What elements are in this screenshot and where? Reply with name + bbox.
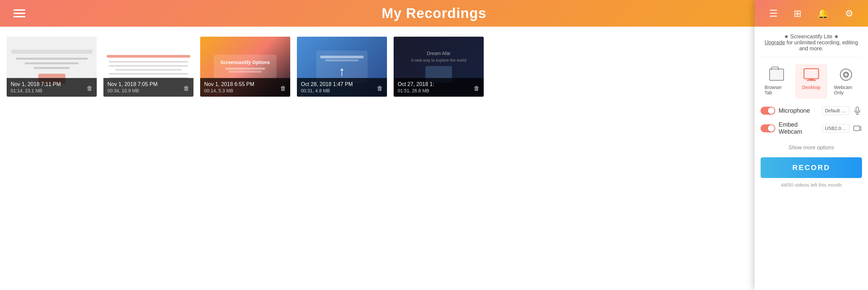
microphone-toggle[interactable] bbox=[761, 107, 775, 115]
hamburger-menu[interactable] bbox=[13, 9, 25, 17]
browser-tab-icon bbox=[768, 67, 785, 82]
recording-card[interactable]: Nov 1, 2018 7:05 PM 00:34, 10.9 MB 🗑 bbox=[103, 37, 193, 97]
extension-popup: ☰ ⊞ 🔔 ⚙ ★ Screencastify Lite ★ Upgrade f… bbox=[754, 0, 868, 290]
mode-webcam-label: Webcam Only bbox=[834, 85, 858, 95]
recording-date: Nov 1, 2018 7:11 PM bbox=[11, 81, 93, 87]
recording-info: Nov 1, 2018 6:55 PM 00:14, 5.3 MB 🗑 bbox=[200, 78, 290, 97]
microphone-select[interactable]: Default - Micr... bbox=[822, 106, 849, 115]
recordings-grid: Nov 1, 2018 7:11 PM 01:14, 23.1 MB 🗑 Nov… bbox=[0, 27, 868, 290]
mode-desktop[interactable]: Desktop bbox=[795, 64, 827, 99]
upgrade-link[interactable]: Upgrade bbox=[765, 40, 785, 45]
recording-card[interactable]: ↑ Oct 28, 2018 1:47 PM 00:31, 4.8 MB 🗑 bbox=[297, 37, 387, 97]
gallery-icon[interactable]: ⊞ bbox=[794, 8, 801, 19]
microphone-label: Microphone bbox=[779, 107, 818, 114]
promo-banner: ★ Screencastify Lite ★ Upgrade for unlim… bbox=[761, 33, 862, 57]
recording-date: Oct 27, 2018 1: bbox=[398, 81, 480, 87]
webcam-only-icon bbox=[837, 67, 855, 82]
embed-webcam-option: Embed Webcam USB2.0 HD U... bbox=[761, 121, 862, 135]
delete-icon[interactable]: 🗑 bbox=[377, 85, 383, 92]
promo-suffix: for unlimited recording, editing and mor… bbox=[786, 40, 858, 51]
mode-browser-label: Browser Tab bbox=[765, 85, 788, 95]
svg-point-5 bbox=[844, 73, 848, 76]
mode-webcam-only[interactable]: Webcam Only bbox=[830, 64, 862, 99]
svg-marker-10 bbox=[860, 126, 861, 130]
app-container: My Recordings Nov 1, 2018 7:11 PM 01:14,… bbox=[0, 0, 868, 290]
settings-icon[interactable]: ⚙ bbox=[845, 8, 853, 19]
svg-rect-9 bbox=[854, 126, 860, 131]
desktop-icon bbox=[803, 67, 820, 82]
recording-date: Nov 1, 2018 6:55 PM bbox=[204, 81, 286, 87]
webcam-icon bbox=[852, 124, 862, 133]
svg-rect-0 bbox=[804, 69, 818, 79]
promo-star: ★ bbox=[784, 34, 788, 39]
mode-browser-tab[interactable]: Browser Tab bbox=[761, 64, 793, 99]
recording-card[interactable]: Dream Afar A new way to explore the worl… bbox=[394, 37, 484, 97]
delete-icon[interactable]: 🗑 bbox=[474, 85, 480, 92]
microphone-option: Microphone Default - Micr... bbox=[761, 106, 862, 115]
mode-selector: Browser Tab Desktop bbox=[761, 64, 862, 99]
recording-meta: 01:14, 23.1 MB bbox=[11, 88, 93, 93]
recording-info: Nov 1, 2018 7:05 PM 00:34, 10.9 MB 🗑 bbox=[103, 78, 193, 97]
webcam-select[interactable]: USB2.0 HD U... bbox=[822, 124, 849, 133]
bell-icon[interactable]: 🔔 bbox=[817, 8, 829, 19]
delete-icon[interactable]: 🗑 bbox=[87, 85, 93, 92]
header: My Recordings bbox=[0, 0, 868, 27]
popup-body: ★ Screencastify Lite ★ Upgrade for unlim… bbox=[754, 27, 868, 290]
recording-info: Oct 27, 2018 1: 01:51, 26.6 MB 🗑 bbox=[394, 78, 484, 97]
recording-meta: 00:31, 4.8 MB bbox=[301, 88, 383, 93]
recording-meta: 00:34, 10.9 MB bbox=[107, 88, 189, 93]
embed-webcam-label: Embed Webcam bbox=[779, 121, 818, 135]
videos-left-label: 44/50 videos left this month bbox=[761, 182, 862, 188]
recording-card[interactable]: Screencastify Options Nov 1, 2018 6:55 P… bbox=[200, 37, 290, 97]
recording-info: Oct 28, 2018 1:47 PM 00:31, 4.8 MB 🗑 bbox=[297, 78, 387, 97]
delete-icon[interactable]: 🗑 bbox=[280, 85, 286, 92]
recording-date: Nov 1, 2018 7:05 PM bbox=[107, 81, 189, 87]
recording-meta: 01:51, 26.6 MB bbox=[398, 88, 480, 93]
promo-star: ★ bbox=[834, 34, 839, 39]
recording-date: Oct 28, 2018 1:47 PM bbox=[301, 81, 383, 87]
recording-card[interactable]: Nov 1, 2018 7:11 PM 01:14, 23.1 MB 🗑 bbox=[7, 37, 97, 97]
delete-icon[interactable]: 🗑 bbox=[184, 85, 189, 92]
recording-meta: 00:14, 5.3 MB bbox=[204, 88, 286, 93]
popup-header: ☰ ⊞ 🔔 ⚙ bbox=[754, 0, 868, 27]
embed-webcam-toggle[interactable] bbox=[761, 124, 775, 132]
mode-desktop-label: Desktop bbox=[802, 85, 820, 90]
recording-info: Nov 1, 2018 7:11 PM 01:14, 23.1 MB 🗑 bbox=[7, 78, 97, 97]
promo-title: Screencastify Lite bbox=[790, 34, 832, 39]
record-button[interactable]: RECORD bbox=[761, 157, 862, 178]
show-more-options[interactable]: Show more options bbox=[761, 145, 862, 151]
page-title: My Recordings bbox=[382, 5, 486, 21]
svg-rect-6 bbox=[856, 107, 859, 112]
microphone-icon bbox=[852, 106, 862, 115]
menu-icon[interactable]: ☰ bbox=[769, 8, 778, 19]
